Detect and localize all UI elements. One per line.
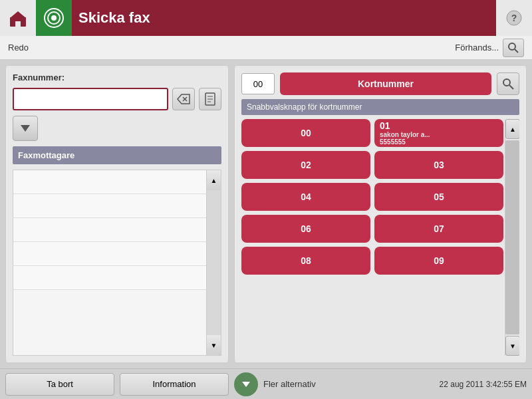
preview-button[interactable]	[503, 39, 524, 57]
quick-btn-06[interactable]: 06	[241, 215, 370, 243]
page-title: Skicka fax	[72, 9, 496, 27]
down-arrow-icon	[18, 121, 33, 136]
search-icon	[501, 77, 515, 90]
help-icon: ?	[506, 10, 522, 26]
svg-point-18	[503, 79, 510, 86]
status-text: Redo	[8, 43, 29, 53]
status-bar: Redo Förhands...	[0, 36, 532, 60]
fler-button[interactable]	[234, 372, 258, 396]
scroll-track	[207, 190, 221, 335]
code-input[interactable]	[241, 73, 275, 94]
timestamp: 22 aug 2011 3:42:55 EM	[440, 380, 527, 389]
address-book-icon	[203, 92, 217, 106]
quick-btn-00[interactable]: 00	[241, 119, 370, 147]
bottom-right-area: Fler alternativ 22 aug 2011 3:42:55 EM	[234, 372, 527, 396]
right-panel: Kortnummer Snabbvalsknapp för kortnummer…	[234, 65, 527, 363]
quick-btn-08[interactable]: 08	[241, 247, 370, 275]
svg-marker-20	[242, 382, 250, 387]
recipients-header: Faxmottagare	[13, 146, 221, 164]
bottom-bar: Ta bort Information Fler alternativ 22 a…	[0, 368, 532, 399]
right-scrollbar: ▲ ▼	[505, 119, 519, 356]
fax-input[interactable]	[13, 88, 168, 110]
preview-area: Förhands...	[455, 39, 524, 57]
right-scroll-up-button[interactable]: ▲	[505, 119, 519, 139]
svg-marker-1	[10, 11, 26, 18]
right-top-row: Kortnummer	[241, 72, 519, 95]
list-item	[13, 242, 221, 266]
list-item	[13, 266, 221, 290]
scroll-down-button[interactable]: ▼	[207, 335, 221, 355]
information-button[interactable]: Information	[120, 373, 229, 396]
quick-btn-01-name: sakon taylor a...	[380, 131, 430, 138]
preview-label: Förhands...	[455, 43, 499, 53]
address-book-button[interactable]	[199, 88, 221, 110]
quick-btn-01-phone: 5555555	[380, 138, 406, 146]
svg-marker-10	[178, 94, 190, 104]
svg-text:?: ?	[511, 13, 517, 23]
bottom-left-actions: Ta bort Information	[5, 373, 229, 396]
backspace-button[interactable]	[172, 88, 195, 110]
home-icon	[9, 9, 27, 27]
quick-btn-03[interactable]: 03	[374, 151, 503, 179]
quick-btn-05[interactable]: 05	[374, 183, 503, 211]
quick-btn-07[interactable]: 07	[374, 215, 503, 243]
recipients-scrollbar: ▲ ▼	[206, 170, 221, 355]
scroll-up-button[interactable]: ▲	[207, 170, 221, 190]
quick-select-header: Snabbvalsknapp för kortnummer	[241, 99, 519, 115]
preview-search-icon	[507, 42, 519, 54]
brand-logo	[43, 7, 65, 29]
quick-buttons-container: 00 01 sakon taylor a... 5555555 02 03 04…	[241, 119, 519, 356]
quick-btn-01[interactable]: 01 sakon taylor a... 5555555	[374, 119, 503, 147]
quick-btn-09[interactable]: 09	[374, 247, 503, 275]
logo-icon	[36, 0, 72, 36]
list-item	[13, 170, 221, 194]
quick-buttons-grid: 00 01 sakon taylor a... 5555555 02 03 04…	[241, 119, 519, 275]
svg-point-5	[51, 15, 57, 21]
main-content: Faxnummer:	[0, 60, 532, 368]
help-button[interactable]: ?	[496, 0, 532, 36]
list-item	[13, 194, 221, 218]
svg-line-9	[515, 49, 518, 53]
home-button[interactable]	[0, 0, 36, 36]
kortnummer-button[interactable]: Kortnummer	[280, 72, 491, 95]
right-scroll-track	[505, 140, 519, 334]
svg-point-8	[509, 43, 515, 50]
fler-chevron-icon	[240, 378, 252, 390]
svg-marker-17	[21, 125, 30, 132]
fax-input-row	[13, 88, 221, 110]
quick-btn-04[interactable]: 04	[241, 183, 370, 211]
fler-label: Fler alternativ	[263, 379, 316, 389]
search-button[interactable]	[497, 72, 519, 95]
svg-rect-2	[15, 21, 21, 27]
fax-number-label: Faxnummer:	[13, 72, 221, 82]
left-panel: Faxnummer:	[5, 65, 229, 363]
ta-bort-button[interactable]: Ta bort	[5, 373, 114, 396]
right-scroll-down-button[interactable]: ▼	[505, 336, 519, 356]
quick-btn-01-number: 01	[380, 120, 390, 131]
header: Skicka fax ?	[0, 0, 532, 36]
recipients-list: ▲ ▼	[13, 170, 221, 356]
add-recipient-button[interactable]	[13, 116, 38, 141]
svg-line-19	[509, 85, 513, 89]
backspace-icon	[177, 94, 190, 104]
quick-btn-02[interactable]: 02	[241, 151, 370, 179]
list-item	[13, 218, 221, 242]
